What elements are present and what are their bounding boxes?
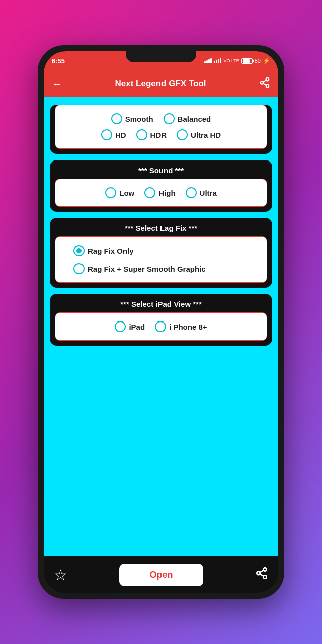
signal-icon-2 <box>214 58 221 63</box>
option-low[interactable]: Low <box>105 187 134 198</box>
label-hdr: HDR <box>150 131 167 139</box>
radio-ragfix-only[interactable] <box>73 245 85 256</box>
phone-screen: 6:55 VO LTE 8 <box>44 51 278 593</box>
phone-shell: 6:55 VO LTE 8 <box>38 45 284 599</box>
back-button[interactable]: ← <box>52 78 62 90</box>
volte-label: VO LTE <box>223 58 239 63</box>
status-time: 6:55 <box>52 57 65 65</box>
graphics-options-box: Smooth Balanced HD <box>55 105 267 149</box>
section-graphics: Smooth Balanced HD <box>50 105 272 154</box>
label-ultrahd: Ultra HD <box>191 131 221 139</box>
svg-line-8 <box>260 574 263 576</box>
share-button-bottom[interactable] <box>255 567 268 583</box>
option-ragfix-smooth[interactable]: Rag Fix + Super Smooth Graphic <box>73 263 206 274</box>
open-button[interactable]: Open <box>119 564 203 586</box>
option-hdr[interactable]: HDR <box>136 129 167 140</box>
top-bar: ← Next Legend GFX Tool <box>44 70 278 97</box>
radio-balanced[interactable] <box>164 113 175 124</box>
svg-line-3 <box>263 83 266 85</box>
label-low: Low <box>119 189 134 197</box>
radio-ultra[interactable] <box>186 187 197 198</box>
radio-high[interactable] <box>144 187 155 198</box>
main-content: Smooth Balanced HD <box>44 97 278 556</box>
option-iphone8plus[interactable]: i Phone 8+ <box>155 321 207 332</box>
sound-header: *** Sound *** <box>50 160 272 179</box>
label-ragfix-only: Rag Fix Only <box>88 247 134 255</box>
radio-low[interactable] <box>105 187 116 198</box>
option-high[interactable]: High <box>144 187 175 198</box>
label-ultra: Ultra <box>200 189 217 197</box>
battery-icon <box>242 58 253 64</box>
option-ultrahd[interactable]: Ultra HD <box>177 129 221 140</box>
status-icons: VO LTE 80 ⚡ <box>204 57 270 64</box>
section-ipadview: *** Select iPad View *** iPad i Phone 8+ <box>50 294 272 346</box>
section-sound: *** Sound *** Low High Ultra <box>50 160 272 212</box>
charging-icon: ⚡ <box>263 57 270 64</box>
graphics-row-2: HD HDR Ultra HD <box>63 129 259 140</box>
label-ipad: iPad <box>129 323 145 331</box>
share-button-top[interactable] <box>259 77 270 91</box>
notch <box>126 51 196 62</box>
star-button[interactable]: ☆ <box>54 566 67 584</box>
lagfix-header: *** Select Lag Fix *** <box>50 218 272 236</box>
sound-row-1: Low High Ultra <box>63 187 259 198</box>
label-balanced: Balanced <box>178 115 211 123</box>
label-ragfix-smooth: Rag Fix + Super Smooth Graphic <box>88 265 206 273</box>
ipadview-row-1: iPad i Phone 8+ <box>63 321 259 332</box>
option-hd[interactable]: HD <box>101 129 126 140</box>
radio-iphone8plus[interactable] <box>155 321 166 332</box>
ipadview-options-box: iPad i Phone 8+ <box>55 312 267 341</box>
svg-line-4 <box>263 79 266 82</box>
label-high: High <box>158 189 175 197</box>
label-iphone8plus: i Phone 8+ <box>169 323 207 331</box>
graphics-row-1: Smooth Balanced <box>63 113 259 124</box>
radio-ipad[interactable] <box>115 321 126 332</box>
label-hd: HD <box>115 131 126 139</box>
lagfix-options-box: Rag Fix Only Rag Fix + Super Smooth Grap… <box>55 236 267 283</box>
bottom-bar: ☆ Open <box>44 556 278 593</box>
lagfix-row-1: Rag Fix Only <box>63 245 259 256</box>
option-smooth[interactable]: Smooth <box>111 113 153 124</box>
option-ragfix-only[interactable]: Rag Fix Only <box>73 245 134 256</box>
ipadview-header: *** Select iPad View *** <box>50 294 272 312</box>
svg-line-9 <box>260 570 263 572</box>
page-title: Next Legend GFX Tool <box>115 78 206 89</box>
radio-hd[interactable] <box>101 129 112 140</box>
radio-hdr[interactable] <box>136 129 147 140</box>
lagfix-row-2: Rag Fix + Super Smooth Graphic <box>63 263 259 274</box>
radio-ragfix-smooth[interactable] <box>73 263 85 274</box>
signal-icon-1 <box>204 58 212 63</box>
battery-level: 80 <box>255 58 261 64</box>
radio-ultrahd[interactable] <box>177 129 188 140</box>
option-ultra[interactable]: Ultra <box>186 187 217 198</box>
label-smooth: Smooth <box>125 115 153 123</box>
radio-smooth[interactable] <box>111 113 122 124</box>
section-lagfix: *** Select Lag Fix *** Rag Fix Only Rag … <box>50 218 272 288</box>
option-balanced[interactable]: Balanced <box>164 113 211 124</box>
sound-options-box: Low High Ultra <box>55 179 267 207</box>
option-ipad[interactable]: iPad <box>115 321 145 332</box>
